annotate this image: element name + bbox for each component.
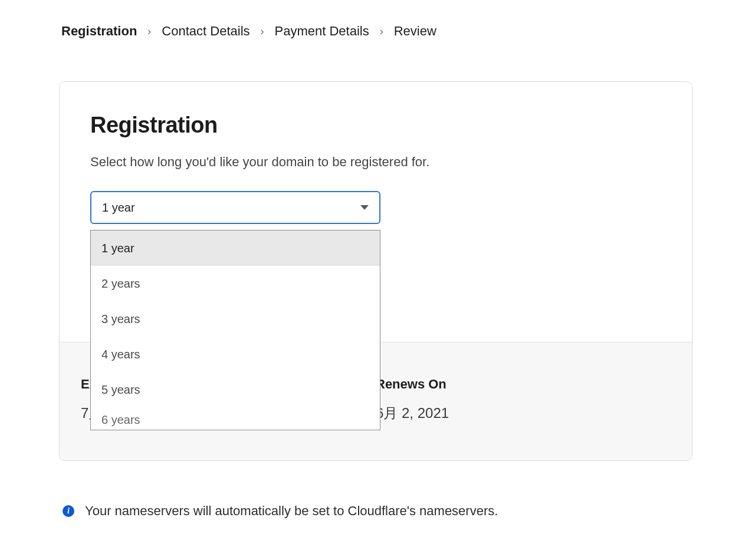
duration-option-3-years[interactable]: 3 years (91, 301, 380, 337)
breadcrumb: Registration › Contact Details › Payment… (61, 24, 696, 39)
duration-option-1-year[interactable]: 1 year (91, 230, 380, 266)
duration-option-2-years[interactable]: 2 years (91, 266, 380, 301)
duration-select[interactable]: 1 year 1 year 2 years 3 years 4 years 5 … (90, 191, 380, 224)
info-icon: i (63, 505, 74, 517)
chevron-right-icon: › (380, 25, 383, 38)
nameserver-notice: i Your nameservers will automatically be… (63, 503, 696, 519)
duration-option-5-years[interactable]: 5 years (91, 372, 380, 407)
duration-option-6-years[interactable]: 6 years (91, 407, 380, 430)
registration-card: Registration Select how long you'd like … (59, 81, 692, 461)
caret-down-icon (360, 205, 369, 210)
duration-select-value: 1 year (102, 201, 135, 215)
renews-value: 6月 2, 2021 (376, 404, 671, 423)
page-title: Registration (90, 113, 661, 138)
breadcrumb-payment-details[interactable]: Payment Details (275, 24, 369, 39)
breadcrumb-review[interactable]: Review (394, 24, 436, 39)
breadcrumb-registration[interactable]: Registration (61, 24, 137, 39)
page-subtitle: Select how long you'd like your domain t… (90, 154, 661, 170)
breadcrumb-contact-details[interactable]: Contact Details (162, 24, 250, 39)
notice-text: Your nameservers will automatically be s… (85, 503, 498, 519)
renews-column: Renews On 6月 2, 2021 (376, 377, 671, 423)
duration-option-4-years[interactable]: 4 years (91, 337, 380, 372)
duration-select-button[interactable]: 1 year (90, 191, 380, 224)
duration-dropdown: 1 year 2 years 3 years 4 years 5 years 6… (90, 230, 380, 430)
chevron-right-icon: › (261, 25, 264, 38)
chevron-right-icon: › (147, 25, 151, 38)
renews-label: Renews On (376, 377, 671, 392)
card-top-section: Registration Select how long you'd like … (60, 82, 692, 342)
